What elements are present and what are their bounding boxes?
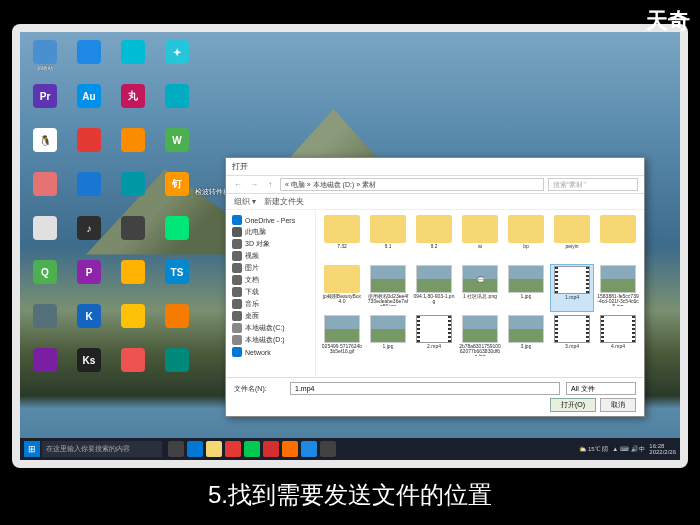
organize-menu[interactable]: 组织 ▾ <box>234 196 256 207</box>
file-item[interactable]: 1.jpg <box>504 264 548 312</box>
taskbar-apps <box>168 441 336 457</box>
sidebar-item[interactable]: 图片 <box>230 262 311 274</box>
cancel-button[interactable]: 取消 <box>600 398 636 412</box>
desktop-icon[interactable] <box>158 304 196 342</box>
taskbar-app[interactable] <box>168 441 184 457</box>
desktop-icon[interactable] <box>26 304 64 342</box>
taskbar-app[interactable] <box>187 441 203 457</box>
file-item[interactable]: 7.32 <box>320 214 364 262</box>
file-item[interactable]: 4.mp4 <box>596 314 640 362</box>
sidebar-item[interactable]: 下载 <box>230 286 311 298</box>
forward-icon[interactable]: → <box>248 179 260 191</box>
file-item[interactable]: ai <box>458 214 502 262</box>
filename-input[interactable]: 1.mp4 <box>290 382 560 395</box>
taskbar-app[interactable] <box>263 441 279 457</box>
sidebar-item[interactable]: 视频 <box>230 250 311 262</box>
taskbar-app[interactable] <box>244 441 260 457</box>
desktop-icon[interactable] <box>26 172 64 210</box>
monitor-frame: 回收站✦PrAu丸🐧W钉♪QPTSKKs 检波转件精简 416.png 打开 ←… <box>12 24 688 468</box>
desktop-icon[interactable]: 丸 <box>114 84 152 122</box>
file-item[interactable]: 1583881-fe5cc739-4cd-021f-3c54c6c5.jpg <box>596 264 640 312</box>
tray-icons[interactable]: ▲ ⌨ 🔊 中 <box>612 445 645 454</box>
sidebar-item[interactable]: 本地磁盘(D:) <box>230 334 311 346</box>
file-item[interactable]: 1.jpg <box>366 314 410 362</box>
dialog-sidebar: OneDrive - Pers此电脑3D 对象视频图片文档下载音乐桌面本地磁盘(… <box>226 210 316 377</box>
file-item[interactable]: 2b78a830175910062077b663830df6a.jpg <box>458 314 502 362</box>
taskbar-app[interactable] <box>282 441 298 457</box>
desktop-icon[interactable] <box>158 84 196 122</box>
desktop-icon[interactable] <box>70 128 108 166</box>
file-item[interactable]: bp <box>504 214 548 262</box>
file-item[interactable]: jp截图BeautyBox4.0 <box>320 264 364 312</box>
sidebar-item[interactable]: 音乐 <box>230 298 311 310</box>
desktop-icon[interactable] <box>26 348 64 386</box>
file-item[interactable]: 2.mp4 <box>412 314 456 362</box>
sidebar-item[interactable]: 文档 <box>230 274 311 286</box>
file-item[interactable]: peiyin <box>550 214 594 262</box>
address-bar[interactable]: « 电脑 » 本地磁盘 (D:) » 素材 <box>280 178 544 191</box>
desktop-icon[interactable] <box>70 172 108 210</box>
file-item[interactable]: 3.mp4 <box>550 314 594 362</box>
taskbar-app[interactable] <box>301 441 317 457</box>
desktop-icon[interactable] <box>158 348 196 386</box>
desktop-icon[interactable]: Ks <box>70 348 108 386</box>
sidebar-item[interactable]: 桌面 <box>230 310 311 322</box>
tray-weather[interactable]: ⛅ 15℃ 阴 <box>579 445 608 454</box>
desktop-icon[interactable] <box>114 348 152 386</box>
file-item[interactable]: 025499.5717624b3b5ef16.gif <box>320 314 364 362</box>
sidebar-item[interactable]: 此电脑 <box>230 226 311 238</box>
desktop-icon[interactable]: Q <box>26 260 64 298</box>
file-item[interactable] <box>596 214 640 262</box>
dialog-toolbar: 组织 ▾ 新建文件夹 <box>226 194 644 210</box>
dialog-body: OneDrive - Pers此电脑3D 对象视频图片文档下载音乐桌面本地磁盘(… <box>226 210 644 377</box>
desktop-icon[interactable] <box>26 216 64 254</box>
desktop-icon[interactable]: TS <box>158 260 196 298</box>
file-item[interactable]: 094.1,80-903-1.png <box>412 264 456 312</box>
desktop-icon[interactable] <box>114 40 152 78</box>
desktop-icon[interactable]: W <box>158 128 196 166</box>
desktop-icon[interactable]: Pr <box>26 84 64 122</box>
taskbar: ⊞ 在这里输入你要搜索的内容 ⛅ 15℃ 阴 ▲ ⌨ 🔊 中 16:282022… <box>20 438 680 460</box>
desktop-icon[interactable]: P <box>70 260 108 298</box>
file-item[interactable]: 1.mp4 <box>550 264 594 312</box>
dialog-bottom: 文件名(N): 1.mp4 All 文件 打开(O) 取消 <box>226 377 644 416</box>
back-icon[interactable]: ← <box>232 179 244 191</box>
sidebar-item[interactable]: 3D 对象 <box>230 238 311 250</box>
desktop-icon[interactable]: Au <box>70 84 108 122</box>
filter-select[interactable]: All 文件 <box>566 382 636 395</box>
taskbar-app[interactable] <box>206 441 222 457</box>
file-item[interactable]: 8.1 <box>366 214 410 262</box>
file-item[interactable]: 使用教程0d23ee4f730edeabe36e7afcff3.jpg <box>366 264 410 312</box>
taskbar-app[interactable] <box>320 441 336 457</box>
desktop-icon[interactable]: 回收站 <box>26 40 64 78</box>
desktop-icon[interactable] <box>158 216 196 254</box>
file-item[interactable]: 3.jpg <box>504 314 548 362</box>
sidebar-item[interactable]: Network <box>230 346 311 358</box>
start-button[interactable]: ⊞ <box>24 441 40 457</box>
watermark: 天奇 <box>646 6 690 36</box>
taskbar-app[interactable] <box>225 441 241 457</box>
new-folder-button[interactable]: 新建文件夹 <box>264 196 304 207</box>
sidebar-item[interactable]: 本地磁盘(C:) <box>230 322 311 334</box>
taskbar-search[interactable]: 在这里输入你要搜索的内容 <box>42 441 162 457</box>
desktop-icon[interactable] <box>114 216 152 254</box>
file-open-dialog: 打开 ← → ↑ « 电脑 » 本地磁盘 (D:) » 素材 搜索"素材" 组织… <box>225 157 645 417</box>
desktop-icon[interactable]: ♪ <box>70 216 108 254</box>
desktop-icon[interactable] <box>114 128 152 166</box>
desktop-icon[interactable] <box>114 172 152 210</box>
sidebar-item[interactable]: OneDrive - Pers <box>230 214 311 226</box>
tray-time[interactable]: 16:282022/2/26 <box>649 443 676 455</box>
file-item[interactable]: 8.2 <box>412 214 456 262</box>
open-button[interactable]: 打开(O) <box>550 398 596 412</box>
desktop-icon[interactable]: ✦ <box>158 40 196 78</box>
up-icon[interactable]: ↑ <box>264 179 276 191</box>
desktop-icon[interactable]: 🐧 <box>26 128 64 166</box>
system-tray[interactable]: ⛅ 15℃ 阴 ▲ ⌨ 🔊 中 16:282022/2/26 <box>579 443 676 455</box>
desktop-icon[interactable] <box>114 304 152 342</box>
desktop-icon[interactable]: 钉 <box>158 172 196 210</box>
desktop-icon[interactable] <box>114 260 152 298</box>
desktop-icon[interactable]: K <box>70 304 108 342</box>
search-input[interactable]: 搜索"素材" <box>548 178 638 191</box>
desktop-icon[interactable] <box>70 40 108 78</box>
file-item[interactable]: 💬1 社区讯息.png <box>458 264 502 312</box>
